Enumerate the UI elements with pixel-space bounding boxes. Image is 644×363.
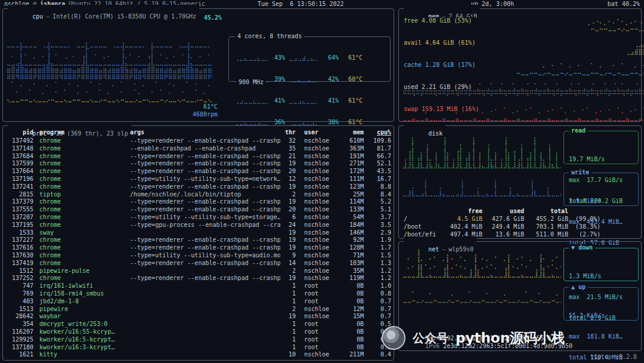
process-user: nschloe [296,236,334,244]
process-user: nschloe [296,222,334,229]
process-row[interactable]: 137684chrome--type=renderer --enable-cra… [3,153,393,161]
process-mem: 0B [334,336,364,344]
process-program: tiptop [33,191,128,199]
read-rate: 19.7 MiB/s [569,155,638,163]
process-user: nschloe [296,260,334,267]
process-user: nschloe [296,183,334,191]
cpu-fan-speed: 4680rpm [193,111,218,118]
process-row[interactable]: 137241chrome--type=renderer --enable-cra… [3,183,393,191]
header-user[interactable]: user [296,129,334,137]
process-row[interactable]: 137180kworker/u16:3-kcrypt…1root0B0.5 [3,344,393,352]
header-thr[interactable]: thr [280,129,296,137]
process-program: chrome [33,160,128,168]
header-pid[interactable]: pid [6,129,33,137]
process-thr: 19 [280,275,296,282]
filesystem-table-header: free used total [404,207,636,215]
process-user: nschloe [296,306,334,313]
process-program: chrome [33,244,128,252]
mem-cache-band: ⠀⠀⠀⠀⠀⠀⠀⠀⠀⠀⠀⠀⠀⠀⠀⠀⠀⠀⠀⠀⠀⠀⠀⠀⠀⠀⠀⠀⠀⠀⠀⠀⠄⠀⠂⠀⠁⠀⠄⠀… [402,56,639,78]
process-row[interactable]: 137555chrome--type=renderer --enable-cra… [3,206,393,214]
fs-percent: (38.3%) [568,223,600,230]
process-row[interactable]: 137616chrome--type=renderer --enable-cra… [3,244,393,252]
cpu-temp-graph: ⠢⠤⠤⠒⠒⠤⠢⠤⠤⠔⠒⠤⠤⠢⠤⠒⠒⠤⠤⠢⠤⠔⠒⠤⠤⠢⠒⠤⠤⠔⠤⠒⠢⠤⠤⠒⠔⠤⠤⠢… [7,97,213,105]
process-thr: 19 [280,244,296,252]
process-row[interactable]: 1533sway19nschloe146M2.9 [3,229,393,237]
read-box-title: read [569,127,588,134]
fs-header-total: total [524,207,568,215]
process-thr: 19 [280,313,296,321]
process-user: nschloe [296,244,334,252]
process-thr: 24 [280,222,296,229]
process-args: --type=renderer --enable-crashpad --cras… [128,236,280,244]
process-pid: 1513 [6,306,33,313]
clock: Tue Sep 6 13:50:15 2022 [258,0,344,8]
process-row[interactable]: 28642waybar19nschloe15M0.7 [3,313,393,321]
process-row[interactable]: 137195chrome--type=gpu-process --enable-… [3,222,393,229]
process-cpu: 81.7 [364,145,391,153]
process-mem: 610M [334,137,364,145]
metric-value: 159.13 MiB (16%) [422,106,479,112]
fs-mountpoint: /boot [404,223,441,230]
process-args [128,306,280,313]
header-mem[interactable]: mem [334,129,364,137]
process-pid: 137616 [6,244,33,252]
header-cpu-sort[interactable]: cpu% [364,129,391,137]
process-row[interactable]: 137664chrome--type=renderer --enable-cra… [3,168,393,176]
process-args: --type=gpu-process --enable-crashpad --c… [128,222,280,229]
process-row[interactable]: 116207kworker/u16:55-kcryp…1root0B0.5 [3,328,393,336]
disk-write-graph: ⠀⠀⠀⠀⠀⡀⠀⠀⠀⠀⠀⠀⠀⢀⠀⠀⠀⠀⠀⠀⠀⡀⠀⠀⠀⠀⠀⠀⠀⢀⠀⠀⠀⠀⠀⠀⠀⠀⠀⠀… [402,175,561,199]
process-row[interactable]: 747irq/161-iwlwifi1root0B1.0 [3,282,393,290]
process-pid: 137195 [6,222,33,229]
process-mem: 133M [334,206,364,214]
cpu-history-graph: ⠀⠀⠀⠀⠀⠀⠀⠀⠀⠀⠀⠀⠀⠀⠀⠀⠀⠀⠀⠀⠀⠀⠀⠀⠀⠀⠀⠀⠀⠀⠀⠀⠀⠀⠀⠀⠀⠀⠀⠀… [7,22,213,97]
process-thr: 19 [280,160,296,168]
process-args [128,321,280,328]
process-cpu: 2.9 [364,229,391,237]
process-row[interactable]: 137492chrome--type=renderer --enable-cra… [3,137,393,145]
process-row[interactable]: 1513pipewire2nschloe12M0.7 [3,306,393,313]
process-row[interactable]: 1621kitty10nschloe211M0.4 [3,351,393,359]
core-graph: ⢀⣀⣄⣀⣠⣀⡀ [289,75,322,84]
process-cpu: 3.5 [364,222,391,229]
process-row[interactable]: 137599chrome--type=renderer --enable-cra… [3,160,393,168]
down-box-title: ▼ down [569,244,595,251]
process-row[interactable]: 137379chrome--type=renderer --enable-cra… [3,198,393,206]
process-row[interactable]: 137419chrome--type=renderer --enable-cra… [3,260,393,267]
process-args: /home/nschloe/.local/bin/tiptop [128,191,280,199]
process-mem: 25M [334,191,364,199]
tiptop-terminal[interactable]: nschloe @ ishanca Ubuntu 22.10 64bit / 5… [0,0,644,363]
process-user: root [296,336,334,344]
process-row[interactable]: 129925kworker/u16:5-kcrypt…1root0B0.5 [3,336,393,344]
process-cpu: 1.7 [364,244,391,252]
core-temp: 60°C [348,75,363,84]
process-row[interactable]: 137148chrome--enable-crashpad --enable-c… [3,145,393,153]
process-user: nschloe [296,176,334,183]
process-row[interactable]: 137630chrome--type=utility --utility-sub… [3,252,393,260]
core-usage: 41% [322,97,339,105]
process-row[interactable]: 137227chrome--type=renderer --enable-cra… [3,236,393,244]
mem-cache-label: cache1.28 GiB (17%) [404,61,480,68]
process-row[interactable]: 137252chrome--type=renderer --enable-cra… [3,275,393,282]
process-mem: 211M [334,351,364,359]
process-row[interactable]: 403jbd2/dm-1-81root0B0.7 [3,298,393,306]
process-row[interactable]: 137196chrome--type=utility --utility-sub… [3,176,393,183]
process-pid: 137492 [6,137,33,145]
process-thr: 9 [280,252,296,260]
process-row[interactable]: 769irq/158-rmi4_smbus1root0B0.8 [3,290,393,298]
process-user: root [296,298,334,306]
header-args[interactable]: args [128,129,280,137]
process-row[interactable]: 354dmcrypt_write/253:01root0B0.5 [3,321,393,328]
process-cpu: 1.5 [364,252,391,260]
process-row[interactable]: 2815tiptop/home/nschloe/.local/bin/tipto… [3,191,393,199]
core-usage: 43% [268,54,285,62]
process-args [128,290,280,298]
process-row[interactable]: 137207chrome--type=utility --utility-sub… [3,214,393,222]
core-usage: 41% [268,97,285,105]
process-program: kworker/u16:5-kcrypt… [33,336,128,344]
process-cpu: 66.7 [364,153,391,161]
process-program: dmcrypt_write/253:0 [33,321,128,328]
process-row[interactable]: 1512pipewire-pulse2nschloe35M1.2 [3,267,393,275]
process-mem: 119M [334,275,364,282]
cpu-total-percent: 45.2% [204,14,222,21]
header-program[interactable]: program [33,129,128,137]
